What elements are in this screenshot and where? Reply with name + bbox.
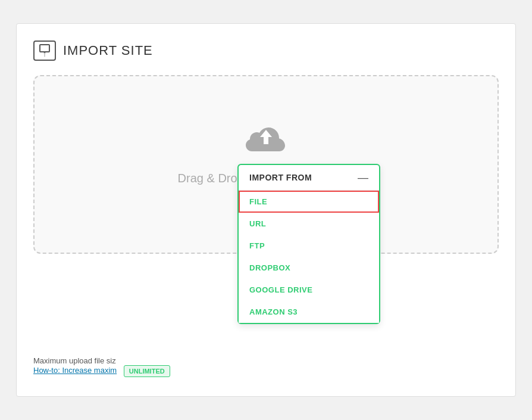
dropdown-item-url[interactable]: URL xyxy=(239,213,379,235)
import-dropdown: IMPORT FROM — FILE URL FTP DROPBOX GOOGL… xyxy=(237,164,380,324)
page-container: IMPORT SITE Drag & Drop a backup to impo… xyxy=(16,23,516,397)
dropdown-item-googledrive[interactable]: GOOGLE DRIVE xyxy=(239,279,379,301)
dropdown-item-file[interactable]: FILE xyxy=(239,191,379,213)
footer-info: Maximum upload file siz How-to: Increase… xyxy=(33,349,499,377)
import-site-icon xyxy=(33,41,56,61)
dropdown-header-label: IMPORT FROM xyxy=(249,173,312,182)
dropdown-item-amazons3[interactable]: AMAZON S3 xyxy=(239,301,379,323)
page-header: IMPORT SITE xyxy=(33,41,499,61)
drop-zone[interactable]: Drag & Drop a backup to import it IMPORT… xyxy=(33,75,499,254)
dropdown-item-dropbox[interactable]: DROPBOX xyxy=(239,257,379,279)
page-title: IMPORT SITE xyxy=(63,43,153,58)
dropdown-item-ftp[interactable]: FTP xyxy=(239,235,379,257)
cloud-upload-icon xyxy=(242,122,290,162)
unlimited-badge: UNLIMITED xyxy=(124,365,170,377)
increase-limit-link[interactable]: How-to: Increase maxim xyxy=(33,366,117,375)
dropdown-header: IMPORT FROM — xyxy=(239,165,379,191)
import-dropdown-wrapper: IMPORT FROM — FILE URL FTP DROPBOX GOOGL… xyxy=(237,164,380,324)
dropdown-toggle-icon[interactable]: — xyxy=(358,172,368,183)
upload-size-text: Maximum upload file siz xyxy=(33,356,116,365)
